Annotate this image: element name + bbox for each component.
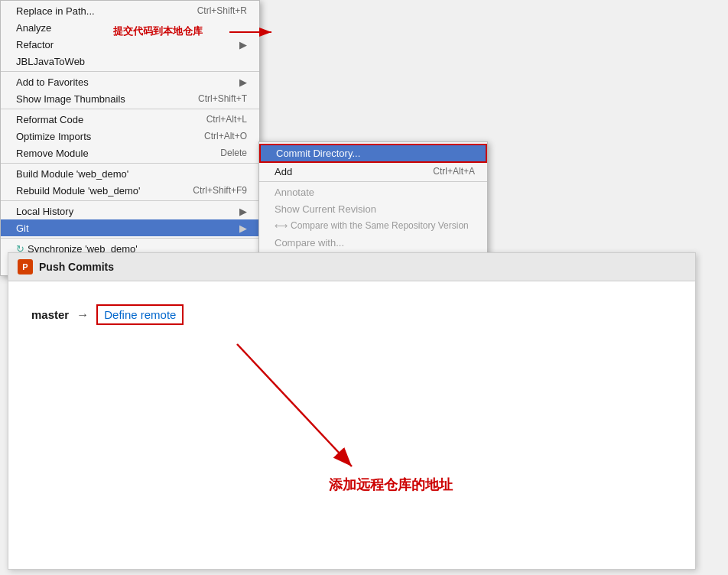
menu-separator-4: [1, 200, 259, 201]
menu-item-remove-module[interactable]: Remove Module Delete: [1, 145, 259, 161]
menu-item-add-to-favorites[interactable]: Add to Favorites ▶: [1, 73, 259, 90]
menu-item-optimize-imports[interactable]: Optimize Imports Ctrl+Alt+O: [1, 128, 259, 145]
menu-item-annotate: Annotate: [259, 184, 487, 200]
context-menu-left: Replace in Path... Ctrl+Shift+R Analyze …: [0, 0, 260, 276]
push-commits-title: Push Commits: [39, 261, 114, 273]
menu-separator-2: [1, 109, 259, 109]
menu-separator-right-1: [259, 181, 487, 182]
menu-item-commit-directory[interactable]: Commit Directory...: [259, 144, 487, 163]
menu-item-jbljavatoWeb[interactable]: JBLJavaToWeb: [1, 53, 259, 70]
menu-item-local-history[interactable]: Local History ▶: [1, 203, 259, 219]
menu-item-git[interactable]: Git ▶: [1, 219, 259, 236]
menu-separator-3: [1, 163, 259, 164]
menu-item-add[interactable]: Add Ctrl+Alt+A: [259, 163, 487, 180]
menu-separator-5: [1, 238, 259, 239]
push-commits-header: P Push Commits: [8, 253, 695, 281]
menu-item-build-module[interactable]: Build Module 'web_demo': [1, 165, 259, 182]
master-label: master: [31, 308, 69, 321]
menu-item-show-current-revision: Show Current Revision: [259, 200, 487, 217]
menu-separator-1: [1, 71, 259, 72]
push-icon: P: [18, 259, 33, 275]
annotation-commit-text: 提交代码到本地仓库: [113, 24, 203, 38]
define-remote-link[interactable]: Define remote: [96, 304, 184, 325]
menu-item-compare-same-repo: ⟷ Compare with the Same Repository Versi…: [259, 217, 487, 234]
compare-icon: ⟷: [275, 220, 288, 231]
push-commits-panel: P Push Commits master → Define remote: [8, 252, 696, 570]
menu-item-refactor[interactable]: Refactor ▶: [1, 36, 259, 53]
menu-item-reformat-code[interactable]: Reformat Code Ctrl+Alt+L: [1, 111, 259, 128]
menu-item-show-image-thumbnails[interactable]: Show Image Thumbnails Ctrl+Shift+T: [1, 90, 259, 107]
menu-item-rebuild-module[interactable]: Rebuild Module 'web_demo' Ctrl+Shift+F9: [1, 182, 259, 199]
menu-item-compare-with: Compare with...: [259, 234, 487, 251]
master-row: master → Define remote: [31, 304, 672, 325]
push-commits-body: master → Define remote: [8, 281, 695, 348]
arrow-separator: →: [76, 308, 89, 322]
menu-item-replace-in-path[interactable]: Replace in Path... Ctrl+Shift+R: [1, 2, 259, 19]
